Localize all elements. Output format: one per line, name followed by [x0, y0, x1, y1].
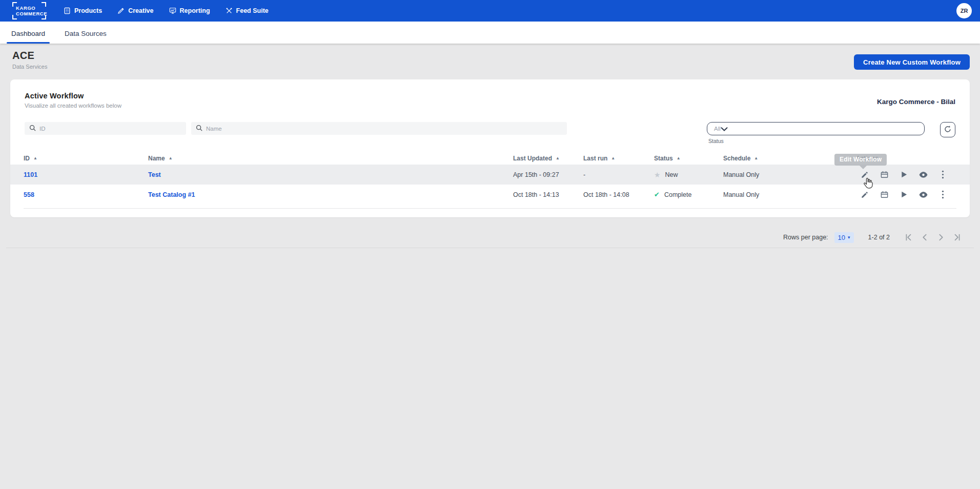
edit-icon[interactable]	[860, 190, 869, 199]
products-icon	[64, 7, 71, 14]
last-run-cell: Oct 18th - 14:08	[583, 191, 654, 198]
workflow-name-link[interactable]: Test Catalog #1	[148, 191, 513, 198]
last-updated-cell: Oct 18th - 14:13	[513, 191, 583, 198]
column-header-last-updated[interactable]: Last Updated▲	[513, 155, 583, 162]
table-bottom-divider	[24, 208, 956, 209]
last-run-cell: -	[583, 171, 654, 178]
page-header: ACE Data Services Create New Custom Work…	[0, 44, 980, 70]
rows-per-page-value: 10	[838, 234, 845, 241]
schedule-cell: Manual Only	[723, 191, 850, 198]
nav-label: Feed Suite	[236, 7, 269, 14]
filter-row: All Status	[10, 122, 970, 144]
sort-asc-icon: ▲	[754, 156, 758, 160]
star-icon: ★	[654, 171, 661, 179]
calendar-icon[interactable]	[880, 170, 889, 179]
edit-workflow-tooltip: Edit Workflow	[834, 154, 887, 166]
pagination-bar: Rows per page: 10 ▾ 1-2 of 2	[783, 231, 963, 243]
avatar-initials: ZR	[961, 8, 968, 14]
content-bottom-divider	[6, 248, 974, 248]
run-icon[interactable]	[899, 170, 908, 179]
column-header-id[interactable]: ID▲	[24, 155, 148, 162]
tab-dashboard[interactable]: Dashboard	[10, 24, 46, 44]
search-icon	[29, 124, 36, 133]
page-content: ACE Data Services Create New Custom Work…	[0, 44, 980, 489]
feed-suite-icon	[226, 7, 233, 14]
run-icon[interactable]	[899, 190, 908, 199]
column-header-name[interactable]: Name▲	[148, 155, 513, 162]
prev-page-icon[interactable]	[920, 232, 930, 242]
nav-item-reporting[interactable]: Reporting	[169, 7, 210, 14]
sort-asc-icon: ▲	[556, 156, 560, 160]
name-search-field[interactable]	[191, 122, 567, 135]
reporting-icon	[169, 7, 176, 14]
chevron-down-icon: ▾	[848, 235, 850, 240]
view-icon[interactable]	[918, 170, 928, 179]
nav-item-creative[interactable]: Creative	[117, 7, 153, 14]
user-avatar[interactable]: ZR	[956, 3, 972, 18]
active-workflow-card: Active Workflow Visualize all created wo…	[10, 79, 970, 217]
status-field-label: Status	[708, 138, 925, 144]
table-header-row: ID▲ Name▲ Last Updated▲ Last run▲ Status…	[10, 152, 970, 165]
kargo-commerce-logo[interactable]: KARGO COMMERCE	[12, 2, 46, 19]
last-updated-cell: Apr 15th - 09:27	[513, 171, 583, 178]
main-nav: Products Creative Reporting Feed Suite	[64, 7, 269, 14]
row-actions	[850, 190, 956, 199]
pagination-range: 1-2 of 2	[868, 234, 890, 241]
nav-label: Products	[74, 7, 102, 14]
chevron-down-icon	[721, 124, 728, 133]
column-header-status[interactable]: Status▲	[654, 155, 723, 162]
table-row: 1101 Test Apr 15th - 09:27 - ★ New Manua…	[10, 165, 970, 185]
column-header-schedule[interactable]: Schedule▲	[723, 155, 850, 162]
search-icon	[196, 124, 202, 133]
card-subtitle: Visualize all created workflows below	[25, 103, 121, 109]
view-icon[interactable]	[918, 190, 928, 199]
rows-per-page-select[interactable]: 10 ▾	[834, 232, 854, 243]
status-text: New	[665, 171, 678, 178]
status-filter-group: All Status	[707, 122, 925, 144]
nav-label: Creative	[128, 7, 153, 14]
more-icon[interactable]	[938, 170, 947, 179]
first-page-icon[interactable]	[903, 232, 913, 242]
column-header-last-run[interactable]: Last run▲	[583, 155, 654, 162]
more-icon[interactable]	[938, 190, 947, 199]
account-name: Kargo Commerce - Bilal	[877, 98, 955, 109]
name-search-input[interactable]	[206, 126, 562, 132]
status-text: Complete	[664, 191, 692, 198]
sort-asc-icon: ▲	[677, 156, 681, 160]
status-cell: ★ New	[654, 171, 723, 179]
nav-item-products[interactable]: Products	[64, 7, 102, 14]
sort-asc-icon: ▲	[611, 156, 615, 160]
status-select[interactable]: All	[707, 122, 925, 135]
rows-per-page-label: Rows per page:	[783, 234, 828, 241]
schedule-cell: Manual Only	[723, 171, 850, 178]
edit-icon[interactable]	[860, 170, 869, 179]
creative-icon	[117, 7, 125, 14]
check-icon: ✔	[654, 191, 660, 198]
nav-item-feed-suite[interactable]: Feed Suite	[226, 7, 269, 14]
card-header: Active Workflow Visualize all created wo…	[10, 79, 970, 109]
page-subtitle: Data Services	[12, 64, 47, 70]
refresh-button[interactable]	[940, 122, 955, 137]
workflow-name-link[interactable]: Test	[148, 171, 513, 178]
status-selected-value: All	[714, 126, 721, 132]
create-new-custom-workflow-button[interactable]: Create New Custom Workflow	[854, 54, 970, 70]
card-title: Active Workflow	[25, 92, 121, 100]
refresh-icon	[944, 125, 952, 135]
workflow-id-link[interactable]: 558	[24, 191, 148, 198]
nav-label: Reporting	[180, 7, 210, 14]
workflow-id-link[interactable]: 1101	[24, 171, 148, 178]
sort-asc-icon: ▲	[33, 156, 37, 160]
table-row: 558 Test Catalog #1 Oct 18th - 14:13 Oct…	[10, 185, 970, 205]
pagination-controls	[903, 232, 963, 242]
top-navbar: KARGO COMMERCE Products Creative Reporti…	[0, 0, 980, 22]
last-page-icon[interactable]	[952, 232, 963, 242]
tab-data-sources[interactable]: Data Sources	[64, 24, 108, 44]
page-title: ACE	[12, 50, 47, 62]
id-search-field[interactable]	[25, 122, 186, 135]
row-actions	[850, 170, 956, 179]
id-search-input[interactable]	[39, 126, 181, 132]
status-cell: ✔ Complete	[654, 191, 723, 198]
calendar-icon[interactable]	[880, 190, 889, 199]
sort-asc-icon: ▲	[169, 156, 173, 160]
next-page-icon[interactable]	[936, 232, 946, 242]
